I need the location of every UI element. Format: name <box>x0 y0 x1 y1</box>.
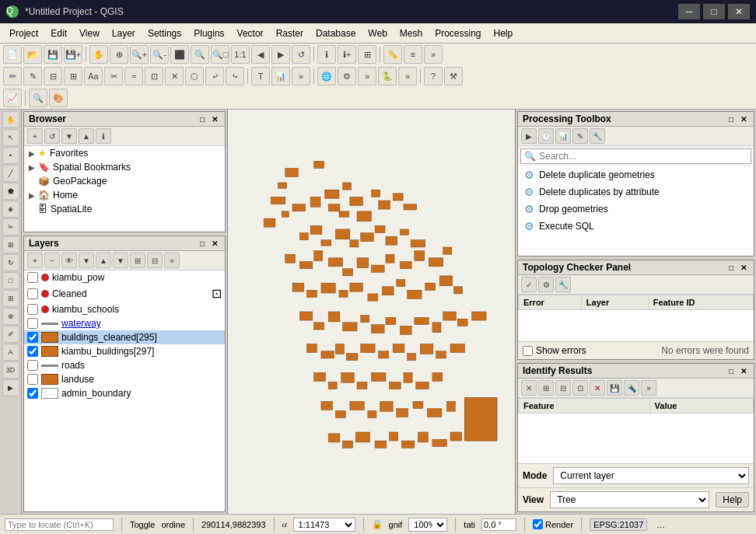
filter-layer-btn[interactable]: ▼ <box>79 253 94 268</box>
topo-config-btn[interactable]: ⚙ <box>538 277 554 292</box>
edit-btn3[interactable]: ⊟ <box>44 67 62 86</box>
proc-run-btn[interactable]: ▶ <box>521 128 537 144</box>
menu-web[interactable]: Web <box>362 26 393 40</box>
save-as-button[interactable]: 💾+ <box>64 45 82 64</box>
edit-btn1[interactable]: ✏ <box>3 67 22 86</box>
close-button[interactable]: ✕ <box>728 4 750 19</box>
layers-undock[interactable]: □ <box>197 238 208 249</box>
add-layer-btn[interactable]: + <box>27 253 43 268</box>
epsg-badge[interactable]: EPSG:21037 <box>590 518 647 531</box>
browser-add-btn[interactable]: + <box>27 128 43 144</box>
browser-item-geopackage[interactable]: ▶ 📦 GeoPackage <box>24 174 225 188</box>
draw-poly[interactable]: ⬟ <box>2 183 19 200</box>
processing-item-0[interactable]: ⚙ Delete duplicate geometries <box>518 166 754 183</box>
chart-btn[interactable]: 📈 <box>3 89 22 107</box>
identify-button[interactable]: ℹ <box>317 45 336 64</box>
browser-info-btn[interactable]: ℹ <box>96 128 111 144</box>
layer-move-down[interactable]: ▼ <box>113 253 128 268</box>
layer-checkbox-kiambu-buildings[interactable] <box>27 346 38 357</box>
processing-close[interactable]: ✕ <box>738 113 749 124</box>
menu-help[interactable]: Help <box>488 26 520 40</box>
identify-undock[interactable]: □ <box>726 365 737 376</box>
identify-save-btn[interactable]: 💾 <box>607 380 622 396</box>
draw-line[interactable]: ╱ <box>2 165 19 182</box>
layer-more-btn[interactable]: » <box>164 253 180 268</box>
zoom-full-button[interactable]: ⬛ <box>170 45 189 64</box>
browser-undock[interactable]: □ <box>197 113 208 124</box>
proc-history-btn[interactable]: 🕐 <box>538 128 554 144</box>
menu-project[interactable]: Project <box>3 26 44 40</box>
identify-collapse-btn[interactable]: ⊟ <box>555 380 571 396</box>
proj-btn1[interactable]: 🌐 <box>317 67 336 86</box>
edit-btn8[interactable]: ⊡ <box>145 67 163 86</box>
zoom-select[interactable]: 100% <box>408 518 447 532</box>
new-project-button[interactable]: 📄 <box>3 45 22 64</box>
browser-close[interactable]: ✕ <box>209 113 220 124</box>
zoom-next-button[interactable]: ▶ <box>271 45 290 64</box>
more3-btn[interactable]: » <box>358 67 376 86</box>
layer-expand-btn[interactable]: ⊟ <box>147 253 163 268</box>
identify-copy-btn[interactable]: ⊡ <box>572 380 588 396</box>
menu-raster[interactable]: Raster <box>270 26 310 40</box>
browser-item-spatialite[interactable]: ▶ 🗄 SpatiaLite <box>24 202 225 216</box>
edit-btn9[interactable]: ✕ <box>165 67 184 86</box>
node-tool[interactable]: ◈ <box>2 201 19 218</box>
browser-item-bookmarks[interactable]: ▶ 🔖 Spatial Bookmarks <box>24 160 225 174</box>
zoom-selection-button[interactable]: 🔍□ <box>211 45 229 64</box>
layer-checkbox-schools[interactable] <box>27 304 38 315</box>
more-button[interactable]: » <box>424 45 443 64</box>
snap-tool[interactable]: ⊕ <box>2 308 19 325</box>
render-checkbox[interactable] <box>533 519 543 529</box>
py-btn[interactable]: 🐍 <box>378 67 397 86</box>
pan-tool[interactable]: ✋ <box>2 111 19 128</box>
layer-item-buildings-cleaned[interactable]: buildings_cleaned[295] <box>24 330 225 344</box>
proc-help-btn[interactable]: 🔧 <box>590 128 605 144</box>
layer-item-waterway[interactable]: waterway <box>24 316 225 330</box>
edit-btn10[interactable]: ⬡ <box>185 67 204 86</box>
more2-btn[interactable]: » <box>292 67 310 86</box>
remove-layer-btn[interactable]: − <box>44 253 60 268</box>
grid-tool[interactable]: ⊞ <box>2 290 19 307</box>
layer-move-up[interactable]: ▲ <box>96 253 111 268</box>
browser-item-home[interactable]: ▶ 🏠 Home <box>24 188 225 202</box>
edit-btn5[interactable]: Aa <box>84 67 103 86</box>
layer-checkbox-roads[interactable] <box>27 360 38 371</box>
browser-refresh-btn[interactable]: ↺ <box>44 128 60 144</box>
processing-search-input[interactable] <box>539 151 747 162</box>
identify-close[interactable]: ✕ <box>738 365 749 376</box>
identify-expand-btn[interactable]: ⊞ <box>538 380 554 396</box>
select-button[interactable]: ⊕ <box>110 45 128 64</box>
processing-item-1[interactable]: ⚙ Delete duplicates by attribute <box>518 183 754 201</box>
render-check[interactable]: Render <box>533 519 573 529</box>
minimize-button[interactable]: ─ <box>678 4 700 19</box>
topo-validate-btn[interactable]: ✓ <box>521 277 537 292</box>
menu-layer[interactable]: Layer <box>106 26 142 40</box>
processing-item-2[interactable]: ⚙ Drop geometries <box>518 201 754 218</box>
layer-checkbox-waterway[interactable] <box>27 318 38 329</box>
layer-item-admin-boundary[interactable]: admin_boundary <box>24 386 225 400</box>
layer-checkbox-landuse[interactable] <box>27 374 38 385</box>
show-errors-checkbox[interactable] <box>523 346 533 356</box>
layer-item-kiambu-pow[interactable]: kiambu_pow <box>24 270 225 284</box>
edit-btn4[interactable]: ⊞ <box>64 67 82 86</box>
open-project-button[interactable]: 📂 <box>23 45 42 64</box>
zoom-prev-button[interactable]: ◀ <box>251 45 270 64</box>
rotate-tool[interactable]: ↻ <box>2 254 19 271</box>
locate-input[interactable] <box>5 518 114 531</box>
draw-point[interactable]: • <box>2 147 19 164</box>
topology-undock[interactable]: □ <box>726 262 737 273</box>
layer-item-kiambu-buildings[interactable]: kiambu_buildings[297] <box>24 344 225 358</box>
menu-database[interactable]: Database <box>310 26 362 40</box>
map-area[interactable] <box>228 110 515 514</box>
zoom-in-button[interactable]: 🔍+ <box>130 45 149 64</box>
measure-button[interactable]: 📏 <box>383 45 402 64</box>
view-select[interactable]: Tree Table Graph <box>550 491 709 508</box>
edit-btn7[interactable]: ≈ <box>124 67 143 86</box>
pan-button[interactable]: ✋ <box>89 45 108 64</box>
save-project-button[interactable]: 💾 <box>44 45 62 64</box>
zoom-layer-button[interactable]: 🔍 <box>191 45 209 64</box>
layer-checkbox-admin-boundary[interactable] <box>27 388 38 399</box>
refresh-button[interactable]: ↺ <box>292 45 310 64</box>
layer-checkbox-buildings-cleaned[interactable] <box>27 332 38 343</box>
proj-btn2[interactable]: ⚙ <box>338 67 356 86</box>
